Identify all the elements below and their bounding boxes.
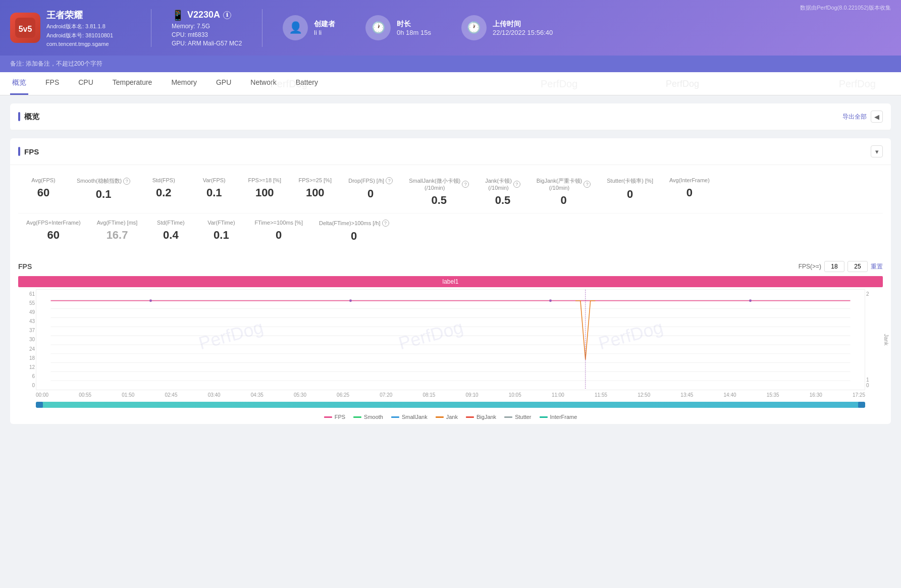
fps-title: FPS <box>18 147 39 156</box>
legend-smooth: Smooth <box>353 414 383 420</box>
fps-threshold-controls: FPS(>=) 重置 <box>799 261 883 272</box>
stat-var-fps: Var(FPS) 0.1 <box>189 173 239 203</box>
app-name: 王者荣耀 <box>46 9 113 21</box>
legend-stutter: Stutter <box>504 414 531 420</box>
fps-chart-legend: FPS Smooth SmallJank Jank BigJank Stutte… <box>10 410 891 424</box>
svg-point-14 <box>549 299 552 302</box>
stat-delta-ftime: Delta(FTime)>100ms [/h] ? 0 <box>311 216 397 247</box>
stat-avg-fps: Avg(FPS) 60 <box>18 173 69 203</box>
drop-help-icon[interactable]: ? <box>386 177 393 184</box>
device-gpu: GPU: ARM Mali-G57 MC2 <box>172 40 252 47</box>
app-text: 王者荣耀 Android版本名: 3.81.1.8 Android版本号: 38… <box>46 9 113 47</box>
stat-var-ftime: Var(FTime) 0.1 <box>196 216 246 246</box>
smooth-help-icon[interactable]: ? <box>123 178 130 185</box>
fps-chart-svg-container[interactable]: PerfDog PerfDog PerfDog <box>36 289 865 390</box>
tab-memory[interactable]: Memory <box>169 72 199 95</box>
stat-avg-fps-interframe: Avg(FPS+InterFrame) 60 <box>18 216 89 246</box>
tab-battery[interactable]: Battery <box>294 72 320 95</box>
tab-network[interactable]: Network <box>248 72 278 95</box>
overview-actions: 导出全部 ◀ <box>842 111 883 123</box>
stat-jank: Jank(卡顿)(/10min) ? 0.5 <box>477 173 528 211</box>
android-version-number: Android版本号: 381010801 <box>46 32 113 39</box>
app-info: 5v5 王者荣耀 Android版本名: 3.81.1.8 Android版本号… <box>10 9 151 47</box>
legend-jank: Jank <box>436 414 458 420</box>
upload-stat: 🕐 上传时间 22/12/2022 15:56:40 <box>451 15 563 40</box>
svg-text:5v5: 5v5 <box>19 25 32 33</box>
device-memory: Memory: 7.5G <box>172 23 252 30</box>
delta-help-icon[interactable]: ? <box>382 220 389 227</box>
reset-button[interactable]: 重置 <box>871 262 883 271</box>
legend-bigjank: BigJank <box>466 414 496 420</box>
jank-help-icon[interactable]: ? <box>513 181 520 188</box>
overview-section-header: 概览 导出全部 ◀ <box>10 103 891 130</box>
chart-container: 61554943373024181260 <box>18 289 883 390</box>
stat-fps18: FPS>=18 [%] 100 <box>239 173 290 203</box>
content-area: 概览 导出全部 ◀ FPS ▾ Avg(FPS) 60 Smooth(稳帧指数)… <box>0 95 901 440</box>
svg-text:PerfDog: PerfDog <box>596 317 665 353</box>
tab-fps[interactable]: FPS <box>43 72 61 95</box>
tab-cpu[interactable]: CPU <box>76 72 95 95</box>
stat-std-ftime: Std(FTime) 0.4 <box>145 216 196 246</box>
jank-axis-label: Jank <box>883 334 889 345</box>
fps-chart-title: FPS <box>18 262 32 271</box>
fps-chart-svg: PerfDog PerfDog PerfDog <box>36 289 865 390</box>
fps-stats-grid: Avg(FPS) 60 Smooth(稳帧指数) ? 0.1 Std(FPS) … <box>10 165 891 255</box>
nav-tabs: 概览 FPS CPU Temperature Memory GPU Networ… <box>0 72 901 95</box>
creator-text: 创建者 li li <box>314 20 335 36</box>
stat-smooth: Smooth(稳帧指数) ? 0.1 <box>69 173 138 205</box>
export-all-button[interactable]: 导出全部 <box>842 113 867 121</box>
device-model: 📱 V2230A ℹ <box>172 9 252 21</box>
stat-avg-ftime: Avg(FTime) [ms] 16.7 <box>89 216 146 246</box>
x-axis-labels: 00:0000:5501:5002:4503:4004:3505:3006:25… <box>18 390 883 400</box>
device-info-icon[interactable]: ℹ <box>223 11 231 19</box>
duration-stat: 🕐 时长 0h 18m 15s <box>355 15 441 40</box>
y-axis-left: 61554943373024181260 <box>18 289 36 390</box>
overview-title: 概览 <box>18 112 39 122</box>
device-info: 📱 V2230A ℹ Memory: 7.5G CPU: mt6833 GPU:… <box>162 9 262 47</box>
data-source-label: 数据由PerfDog(8.0.221052)版本收集 <box>800 4 891 12</box>
stat-small-jank: SmallJank(微小卡顿)(/10min) ? 0.5 <box>401 173 477 211</box>
legend-interframe: InterFrame <box>540 414 577 420</box>
collapse-overview-button[interactable]: ◀ <box>871 111 883 123</box>
fps-stats-row1: Avg(FPS) 60 Smooth(稳帧指数) ? 0.1 Std(FPS) … <box>18 173 883 211</box>
overview-section: 概览 导出全部 ◀ <box>10 103 891 130</box>
stat-drop-fps: Drop(FPS) [/h] ? 0 <box>340 173 401 204</box>
stat-ftime100: FTime>=100ms [%] 0 <box>246 216 311 246</box>
legend-fps: FPS <box>324 414 345 420</box>
fps-threshold-input2[interactable] <box>847 261 868 272</box>
android-version-name: Android版本名: 3.81.1.8 <box>46 23 113 30</box>
creator-icon: 👤 <box>283 15 308 40</box>
notes-bar: 备注: 添加备注，不超过200个字符 <box>0 56 901 72</box>
chart-scrollbar[interactable] <box>36 402 865 408</box>
stat-stutter: Stutter(卡顿率) [%] 0 <box>599 173 661 205</box>
fps-chart-header: FPS FPS(>=) 重置 <box>18 261 883 272</box>
duration-text: 时长 0h 18m 15s <box>397 20 431 36</box>
upload-icon: 🕐 <box>461 15 487 40</box>
svg-point-15 <box>749 299 752 302</box>
stat-big-jank: BigJank(严重卡顿)(/10min) ? 0 <box>528 173 599 211</box>
duration-icon: 🕐 <box>365 15 391 40</box>
tab-gpu[interactable]: GPU <box>214 72 233 95</box>
svg-point-13 <box>349 299 352 302</box>
stat-std-fps: Std(FPS) 0.2 <box>138 173 189 203</box>
tab-overview[interactable]: 概览 <box>10 72 28 95</box>
creator-stat: 👤 创建者 li li <box>273 15 345 40</box>
app-icon: 5v5 <box>10 13 40 43</box>
y-axis-right: 2 1 0 <box>865 289 883 390</box>
stat-fps25: FPS>=25 [%] 100 <box>290 173 340 203</box>
tab-temperature[interactable]: Temperature <box>111 72 154 95</box>
smalljank-help-icon[interactable]: ? <box>462 181 469 188</box>
legend-smalljank: SmallJank <box>391 414 428 420</box>
fps-stats-row2: Avg(FPS+InterFrame) 60 Avg(FTime) [ms] 1… <box>18 213 883 247</box>
upload-text: 上传时间 22/12/2022 15:56:40 <box>493 20 553 36</box>
bigjank-help-icon[interactable]: ? <box>584 181 591 188</box>
fps-threshold-input1[interactable] <box>824 261 844 272</box>
svg-point-12 <box>149 299 152 302</box>
svg-text:PerfDog: PerfDog <box>396 317 465 353</box>
fps-section: FPS ▾ Avg(FPS) 60 Smooth(稳帧指数) ? 0.1 Std… <box>10 138 891 424</box>
collapse-fps-button[interactable]: ▾ <box>871 145 883 157</box>
stat-avg-interframe: Avg(InterFrame) 0 <box>661 173 718 203</box>
fps-chart-section: FPS FPS(>=) 重置 label1 615549433730241812… <box>10 255 891 408</box>
device-cpu: CPU: mt6833 <box>172 31 252 38</box>
label-bar: label1 <box>18 276 883 287</box>
